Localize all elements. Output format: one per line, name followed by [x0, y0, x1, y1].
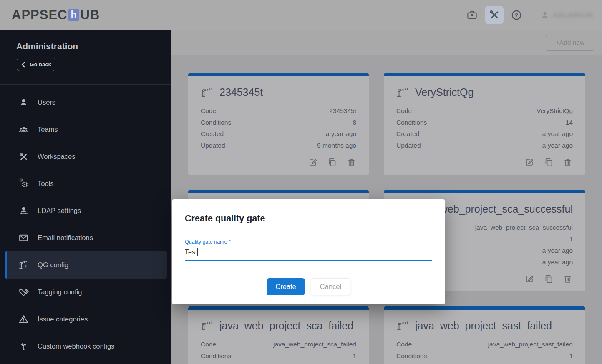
copy-icon[interactable]: [544, 157, 554, 167]
field-value: a year ago: [542, 245, 573, 256]
split-arrows-icon: [18, 341, 29, 351]
field-label: Created: [201, 128, 224, 140]
briefcase-icon[interactable]: [463, 6, 481, 24]
main-content: +Add new 2345345t Code2345345t Condition…: [171, 30, 602, 364]
card-title: VeryStrictQg: [415, 86, 474, 98]
field-value: 1: [569, 350, 573, 362]
create-button[interactable]: Create: [267, 278, 305, 295]
create-quality-gate-dialog: Create quality gate Quality gate name * …: [172, 199, 445, 304]
delete-icon[interactable]: [346, 157, 356, 167]
gears-icon: ⚙⚙: [18, 178, 29, 189]
app-logo: APPSEC h UB: [12, 8, 100, 23]
quality-gate-name-input[interactable]: Test: [185, 248, 432, 261]
quality-gate-name-label: Quality gate name *: [185, 239, 432, 245]
quality-gate-card: 2345345t Code2345345t Conditions8 Create…: [188, 73, 369, 175]
field-label: Conditions: [396, 350, 427, 362]
field-label: Code: [201, 105, 216, 117]
card-title: java_web_project_sast_failed: [415, 320, 552, 332]
sidebar-item-teams[interactable]: Teams: [0, 116, 171, 143]
copy-icon[interactable]: [327, 157, 337, 167]
quality-gate-icon: [201, 321, 213, 331]
card-top-bar: [188, 190, 369, 193]
field-value: 1: [569, 233, 573, 245]
card-top-bar: [188, 306, 369, 310]
quality-gate-icon: !: [18, 260, 29, 270]
text-caret: [197, 248, 198, 256]
user-menu[interactable]: AGLADILIN: [540, 10, 593, 20]
sidebar-item-label: Custom webhook configs: [38, 342, 114, 350]
sidebar-item-label: Teams: [38, 126, 58, 133]
quality-gate-icon: [201, 87, 213, 98]
sidebar-item-label: Tools: [38, 180, 54, 188]
field-value: a year ago: [542, 256, 573, 268]
sidebar-item-label: Workspaces: [38, 153, 75, 161]
sidebar-item-qg-config[interactable]: ! QG config: [5, 251, 167, 279]
help-icon[interactable]: ?: [507, 6, 526, 24]
card-top-bar: [384, 190, 585, 193]
sidebar-menu: Users Teams Workspaces ⚙⚙: [0, 89, 171, 360]
sidebar-item-email-notifications[interactable]: Email notifications: [0, 224, 171, 251]
logo-h-icon: h: [68, 9, 79, 21]
sidebar-item-label: Users: [38, 98, 55, 106]
field-value: java_web_project_sca_successful: [475, 222, 573, 233]
sidebar-item-tools[interactable]: ⚙⚙ Tools: [0, 170, 171, 197]
field-label: Code: [201, 339, 216, 350]
field-value: java_web_project_sast_failed: [488, 339, 573, 350]
logo-text-suffix: UB: [80, 8, 100, 23]
sidebar-item-label: Issue categories: [38, 315, 88, 323]
field-label: Conditions: [201, 117, 231, 128]
envelope-icon: [18, 233, 29, 243]
svg-text:?: ?: [515, 12, 518, 18]
edit-icon[interactable]: [308, 157, 318, 167]
sidebar-item-label: LDAP settings: [38, 207, 81, 215]
sidebar-title: Administration: [16, 41, 171, 51]
field-value: java_web_project_sca_failed: [273, 339, 356, 350]
copy-icon[interactable]: [544, 274, 554, 284]
card-top-bar: [188, 73, 369, 76]
logo-text-prefix: APPSEC: [12, 8, 67, 23]
warning-triangle-icon: [18, 314, 29, 324]
sidebar-item-issue-categories[interactable]: Issue categories: [0, 306, 171, 333]
sidebar-item-ldap-settings[interactable]: LDAP settings: [0, 197, 171, 224]
person-icon: [18, 97, 29, 108]
field-value: 9 months ago: [317, 140, 356, 151]
app-header: APPSEC h UB ?: [0, 0, 602, 30]
quality-gate-card: java_web_project_sast_failed Codejava_we…: [384, 306, 585, 364]
svg-text:!: !: [25, 264, 27, 269]
sidebar-item-tagging-config[interactable]: Tagging config: [0, 279, 171, 306]
field-value: 2345345t: [329, 105, 356, 117]
card-top-bar: [384, 73, 585, 76]
delete-icon[interactable]: [563, 157, 573, 167]
admin-sidebar: Administration Go back Users: [0, 30, 171, 364]
go-back-button[interactable]: Go back: [17, 58, 55, 71]
sidebar-item-label: Email notifications: [38, 234, 93, 242]
sidebar-item-label: Tagging config: [38, 288, 82, 296]
content-toolbar: +Add new: [171, 30, 602, 55]
quality-gate-card: VeryStrictQg CodeVeryStrictQg Conditions…: [384, 73, 585, 175]
add-new-button[interactable]: +Add new: [546, 35, 594, 51]
chevron-left-icon: [21, 62, 25, 68]
input-value: Test: [185, 249, 197, 256]
tag-icon: [18, 287, 29, 297]
field-value: 1: [353, 350, 356, 362]
field-label: Created: [396, 128, 419, 140]
sidebar-item-label: QG config: [38, 261, 68, 269]
field-value: a year ago: [542, 140, 573, 151]
field-label: Updated: [396, 140, 421, 151]
administration-tools-icon[interactable]: [485, 6, 504, 24]
sidebar-item-users[interactable]: Users: [0, 89, 171, 116]
field-value: 14: [566, 117, 573, 128]
sidebar-item-workspaces[interactable]: Workspaces: [0, 143, 171, 170]
field-label: Code: [396, 105, 412, 117]
go-back-label: Go back: [30, 61, 51, 68]
card-title: java_web_project_sca_failed: [219, 320, 353, 332]
people-icon: [18, 124, 29, 135]
edit-icon[interactable]: [524, 157, 534, 167]
delete-icon[interactable]: [563, 274, 573, 284]
sidebar-item-custom-webhook-configs[interactable]: Custom webhook configs: [0, 333, 171, 360]
edit-icon[interactable]: [524, 274, 534, 284]
field-label: Updated: [201, 140, 225, 151]
field-label: Conditions: [396, 117, 427, 128]
field-value: VeryStrictQg: [537, 105, 573, 117]
cancel-button[interactable]: Cancel: [311, 278, 350, 295]
